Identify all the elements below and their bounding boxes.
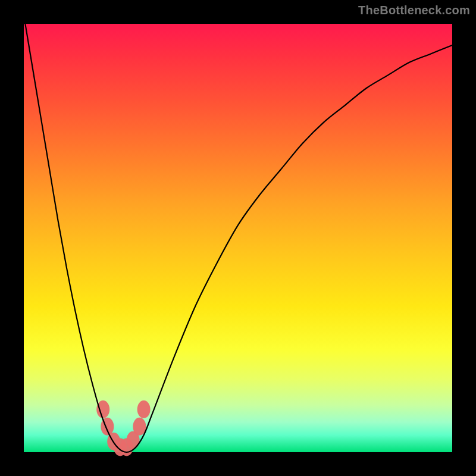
watermark-text: TheBottleneck.com (358, 4, 470, 17)
bottleneck-curve (24, 15, 452, 452)
plot-area (24, 24, 452, 452)
highlight-blob (96, 400, 109, 418)
highlight-blob (133, 418, 146, 436)
highlight-blobs (96, 400, 150, 456)
plot-svg (24, 24, 452, 452)
highlight-blob (137, 400, 151, 418)
chart-frame: TheBottleneck.com (0, 0, 476, 476)
